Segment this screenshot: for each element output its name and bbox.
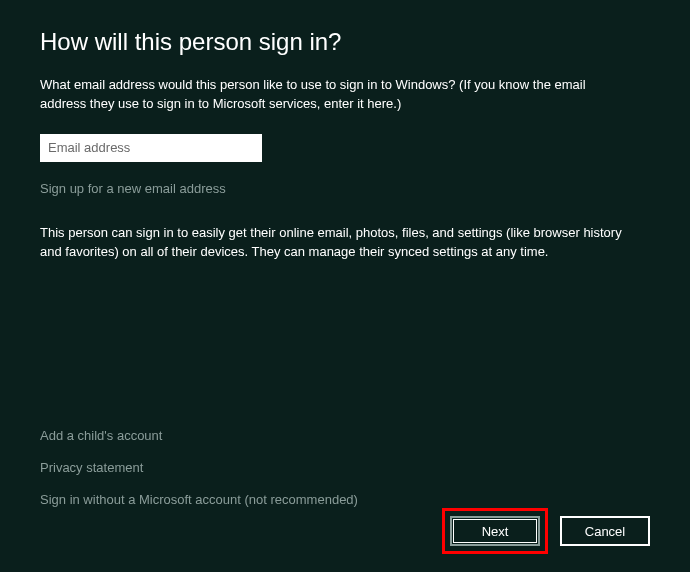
next-button[interactable]: Next [450,516,540,546]
cancel-button[interactable]: Cancel [560,516,650,546]
bottom-links: Add a child's account Privacy statement … [40,428,358,507]
privacy-statement-link[interactable]: Privacy statement [40,460,358,475]
signup-email-link[interactable]: Sign up for a new email address [40,181,226,196]
add-child-account-link[interactable]: Add a child's account [40,428,358,443]
button-row: Next Cancel [442,508,650,554]
info-text: This person can sign in to easily get th… [40,224,640,262]
email-field[interactable] [40,134,262,162]
next-button-highlight: Next [442,508,548,554]
description-text: What email address would this person lik… [40,76,630,114]
no-microsoft-account-link[interactable]: Sign in without a Microsoft account (not… [40,492,358,507]
page-title: How will this person sign in? [40,28,650,56]
signin-dialog: How will this person sign in? What email… [0,0,690,572]
